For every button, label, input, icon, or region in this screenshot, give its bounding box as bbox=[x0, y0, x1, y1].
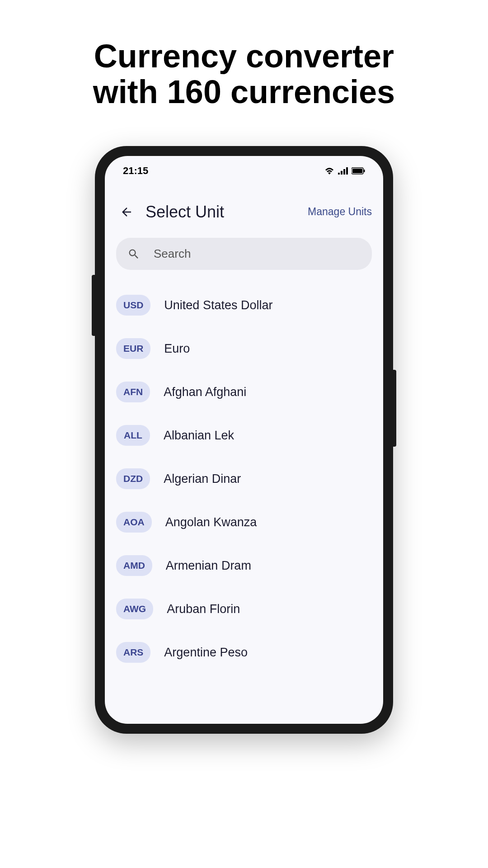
back-button[interactable] bbox=[116, 202, 136, 222]
search-input[interactable] bbox=[154, 247, 361, 261]
currency-code-badge: AOA bbox=[116, 512, 152, 533]
currency-item[interactable]: DZDAlgerian Dinar bbox=[116, 457, 372, 500]
currency-item[interactable]: AFNAfghan Afghani bbox=[116, 370, 372, 414]
headline-line-2: with 160 currencies bbox=[93, 74, 395, 110]
phone-side-button-right bbox=[393, 370, 396, 447]
status-icons bbox=[324, 167, 365, 175]
signal-icon bbox=[338, 167, 348, 175]
battery-icon bbox=[352, 167, 365, 175]
svg-rect-1 bbox=[341, 171, 343, 175]
status-time: 21:15 bbox=[123, 165, 148, 177]
svg-rect-6 bbox=[364, 170, 365, 172]
wifi-icon bbox=[324, 167, 334, 175]
phone-side-button-left bbox=[92, 275, 95, 336]
currency-name-label: Afghan Afghani bbox=[164, 385, 246, 399]
headline-line-1: Currency converter bbox=[94, 38, 394, 74]
phone-mockup: 21:15 Select Unit bbox=[95, 146, 393, 734]
currency-name-label: Algerian Dinar bbox=[164, 472, 241, 486]
currency-code-badge: ALL bbox=[116, 425, 150, 446]
currency-item[interactable]: AMDArmenian Dram bbox=[116, 544, 372, 587]
currency-item[interactable]: AOAAngolan Kwanza bbox=[116, 500, 372, 544]
currency-name-label: Aruban Florin bbox=[167, 602, 240, 616]
currency-name-label: Angolan Kwanza bbox=[165, 515, 257, 529]
currency-item[interactable]: EUREuro bbox=[116, 327, 372, 370]
app-header: Select Unit Manage Units bbox=[105, 181, 383, 236]
currency-name-label: Argentine Peso bbox=[164, 646, 248, 660]
currency-item[interactable]: USDUnited States Dollar bbox=[116, 283, 372, 327]
currency-item[interactable]: ALLAlbanian Lek bbox=[116, 414, 372, 457]
currency-code-badge: AMD bbox=[116, 555, 152, 576]
currency-code-badge: AFN bbox=[116, 382, 150, 402]
currency-list[interactable]: USDUnited States DollarEUREuroAFNAfghan … bbox=[105, 279, 383, 679]
currency-code-badge: AWG bbox=[116, 599, 153, 619]
currency-name-label: United States Dollar bbox=[164, 298, 272, 312]
currency-item[interactable]: AWGAruban Florin bbox=[116, 587, 372, 631]
arrow-left-icon bbox=[120, 205, 133, 219]
currency-item[interactable]: ARSArgentine Peso bbox=[116, 631, 372, 674]
phone-frame: 21:15 Select Unit bbox=[95, 146, 393, 734]
search-field[interactable] bbox=[116, 238, 372, 270]
svg-rect-5 bbox=[352, 169, 362, 173]
currency-code-badge: USD bbox=[116, 295, 150, 316]
currency-code-badge: ARS bbox=[116, 642, 150, 663]
currency-name-label: Euro bbox=[164, 342, 190, 356]
status-bar: 21:15 bbox=[105, 156, 383, 181]
svg-rect-2 bbox=[343, 169, 345, 175]
search-icon bbox=[127, 248, 140, 260]
manage-units-link[interactable]: Manage Units bbox=[308, 206, 372, 218]
page-title: Select Unit bbox=[145, 203, 308, 222]
currency-code-badge: EUR bbox=[116, 338, 150, 359]
svg-rect-0 bbox=[338, 173, 340, 175]
currency-name-label: Armenian Dram bbox=[166, 559, 251, 573]
marketing-headline: Currency converter with 160 currencies bbox=[0, 0, 488, 110]
svg-rect-3 bbox=[346, 167, 348, 175]
currency-code-badge: DZD bbox=[116, 468, 150, 489]
phone-screen: 21:15 Select Unit bbox=[105, 156, 383, 724]
currency-name-label: Albanian Lek bbox=[164, 429, 234, 443]
